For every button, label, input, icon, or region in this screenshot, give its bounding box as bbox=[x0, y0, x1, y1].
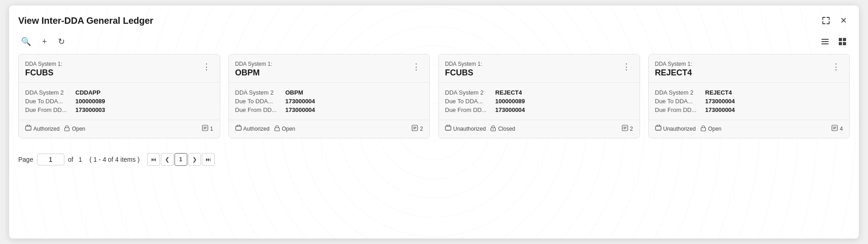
card-2-system-name: OBPM bbox=[235, 68, 272, 78]
card-3-dueto-row: Due To DDA... 100000089 bbox=[445, 98, 633, 105]
svg-rect-10 bbox=[236, 126, 241, 130]
next-page-button[interactable]: ❯ bbox=[188, 153, 201, 166]
card-3-lock-text: Closed bbox=[498, 126, 515, 132]
grid-view-button[interactable] bbox=[835, 35, 850, 48]
card-4-system2-row: DDA System 2 REJECT4 bbox=[655, 89, 843, 96]
card-2-status-icon bbox=[235, 125, 242, 133]
card-4-count-icon bbox=[831, 125, 838, 133]
svg-rect-0 bbox=[821, 39, 829, 40]
card-3-status-text: Unauthorized bbox=[453, 126, 486, 132]
page-label: Page bbox=[18, 156, 33, 163]
card-3-footer: Unauthorized Closed 2 bbox=[439, 120, 640, 138]
card-3-menu-button[interactable]: ⋮ bbox=[619, 61, 633, 73]
card-4-count: 4 bbox=[831, 125, 843, 133]
card-3-lock-icon bbox=[490, 125, 496, 133]
window-header: View Inter-DDA General Ledger ✕ bbox=[9, 5, 859, 31]
page-1-button[interactable]: 1 bbox=[175, 153, 187, 166]
close-button[interactable]: ✕ bbox=[837, 14, 850, 27]
card-1-count-icon bbox=[202, 125, 208, 133]
card-1-status-text: Authorized bbox=[33, 126, 59, 132]
card-1-dueto-value: 100000089 bbox=[75, 98, 105, 105]
card-4-duefrom-row: Due From DD... 173000004 bbox=[655, 106, 843, 113]
card-1-dueto-label: Due To DDA... bbox=[25, 98, 75, 105]
card-4-lock-text: Open bbox=[708, 126, 721, 132]
last-page-button[interactable]: ⏭ bbox=[202, 153, 215, 166]
view-toggle bbox=[818, 35, 850, 48]
card-3-count-value: 2 bbox=[630, 126, 633, 132]
refresh-button[interactable]: ↻ bbox=[55, 35, 68, 48]
card-1-menu-button[interactable]: ⋮ bbox=[200, 61, 213, 73]
card-2: DDA System 1: OBPM ⋮ DDA System 2 OBPM D… bbox=[228, 54, 430, 138]
svg-rect-11 bbox=[275, 127, 279, 131]
card-3-body: DDA System 2 REJECT4 Due To DDA... 10000… bbox=[439, 83, 640, 120]
card-4-system-name: REJECT4 bbox=[655, 68, 692, 78]
card-2-lock-text: Open bbox=[282, 126, 295, 132]
svg-rect-3 bbox=[839, 38, 842, 41]
card-4-dueto-row: Due To DDA... 173000004 bbox=[655, 98, 843, 105]
search-button[interactable]: 🔍 bbox=[18, 35, 34, 48]
card-4-status: Unauthorized bbox=[655, 125, 696, 133]
card-1-status: Authorized bbox=[25, 125, 59, 133]
card-2-count: 2 bbox=[412, 125, 423, 133]
pagination: Page of 1 ( 1 - 4 of 4 items ) ⏮ ❮ 1 ❯ ⏭ bbox=[9, 148, 859, 175]
card-2-count-value: 2 bbox=[420, 126, 423, 132]
card-1-dueto-row: Due To DDA... 100000089 bbox=[25, 98, 213, 105]
card-4-menu-button[interactable]: ⋮ bbox=[829, 61, 843, 73]
svg-rect-2 bbox=[821, 43, 829, 44]
card-1-lock-text: Open bbox=[72, 126, 85, 132]
card-1-system2-row: DDA System 2 CDDAPP bbox=[25, 89, 213, 96]
card-4-body: DDA System 2 REJECT4 Due To DDA... 17300… bbox=[649, 83, 850, 120]
card-3-system2-value: REJECT4 bbox=[495, 89, 522, 96]
svg-rect-6 bbox=[843, 42, 846, 45]
svg-rect-5 bbox=[839, 42, 842, 45]
card-1: DDA System 1: FCUBS ⋮ DDA System 2 CDDAP… bbox=[18, 54, 220, 138]
card-4: DDA System 1: REJECT4 ⋮ DDA System 2 REJ… bbox=[648, 54, 850, 138]
card-2-dueto-row: Due To DDA... 173000004 bbox=[235, 98, 423, 105]
card-1-duefrom-row: Due From DD... 173000003 bbox=[25, 106, 213, 113]
card-3-status: Unauthorized bbox=[445, 125, 486, 133]
svg-rect-18 bbox=[701, 127, 705, 131]
card-1-lock-icon bbox=[64, 125, 70, 133]
card-4-status-text: Unauthorized bbox=[663, 126, 696, 132]
card-4-header: DDA System 1: REJECT4 ⋮ bbox=[649, 54, 850, 83]
card-2-lock-icon bbox=[274, 125, 280, 133]
first-page-button[interactable]: ⏮ bbox=[147, 153, 160, 166]
card-4-dueto-label: Due To DDA... bbox=[655, 98, 705, 105]
card-4-status-icon bbox=[655, 125, 662, 133]
card-1-count-value: 1 bbox=[210, 126, 213, 132]
card-4-system2-value: REJECT4 bbox=[705, 89, 732, 96]
card-3: DDA System 1: FCUBS ⋮ DDA System 2 REJEC… bbox=[438, 54, 640, 138]
card-3-dueto-value: 100000089 bbox=[495, 98, 525, 105]
pagination-buttons: ⏮ ❮ 1 ❯ ⏭ bbox=[147, 153, 215, 166]
card-3-duefrom-row: Due From DD... 173000004 bbox=[445, 106, 633, 113]
page-input[interactable] bbox=[37, 154, 64, 165]
card-1-count: 1 bbox=[202, 125, 213, 133]
card-1-status-icon bbox=[25, 125, 32, 133]
card-2-status-text: Authorized bbox=[243, 126, 270, 132]
svg-rect-4 bbox=[843, 38, 846, 41]
main-window: View Inter-DDA General Ledger ✕ 🔍 + ↻ bbox=[9, 5, 859, 239]
card-2-duefrom-value: 173000004 bbox=[286, 106, 315, 113]
list-view-button[interactable] bbox=[818, 35, 832, 48]
card-3-system-label: DDA System 1: bbox=[445, 61, 482, 67]
card-2-menu-button[interactable]: ⋮ bbox=[409, 61, 423, 73]
card-2-footer: Authorized Open 2 bbox=[229, 120, 430, 138]
card-4-lock: Open bbox=[700, 125, 721, 133]
expand-button[interactable] bbox=[819, 15, 833, 27]
card-1-lock: Open bbox=[64, 125, 85, 133]
toolbar: 🔍 + ↻ bbox=[9, 31, 859, 54]
card-2-system2-row: DDA System 2 OBPM bbox=[235, 89, 423, 96]
card-2-dueto-value: 173000004 bbox=[286, 98, 315, 105]
card-2-body: DDA System 2 OBPM Due To DDA... 17300000… bbox=[229, 83, 430, 120]
card-1-footer: Authorized Open 1 bbox=[19, 120, 220, 138]
card-4-duefrom-label: Due From DD... bbox=[655, 106, 705, 113]
add-button[interactable]: + bbox=[39, 35, 50, 48]
svg-rect-1 bbox=[821, 41, 829, 42]
prev-page-button[interactable]: ❮ bbox=[161, 153, 174, 166]
close-icon: ✕ bbox=[840, 16, 847, 26]
card-2-count-icon bbox=[412, 125, 418, 133]
page-title: View Inter-DDA General Ledger bbox=[18, 16, 153, 26]
svg-rect-13 bbox=[445, 126, 451, 130]
card-3-duefrom-label: Due From DD... bbox=[445, 106, 495, 113]
card-2-status: Authorized bbox=[235, 125, 270, 133]
